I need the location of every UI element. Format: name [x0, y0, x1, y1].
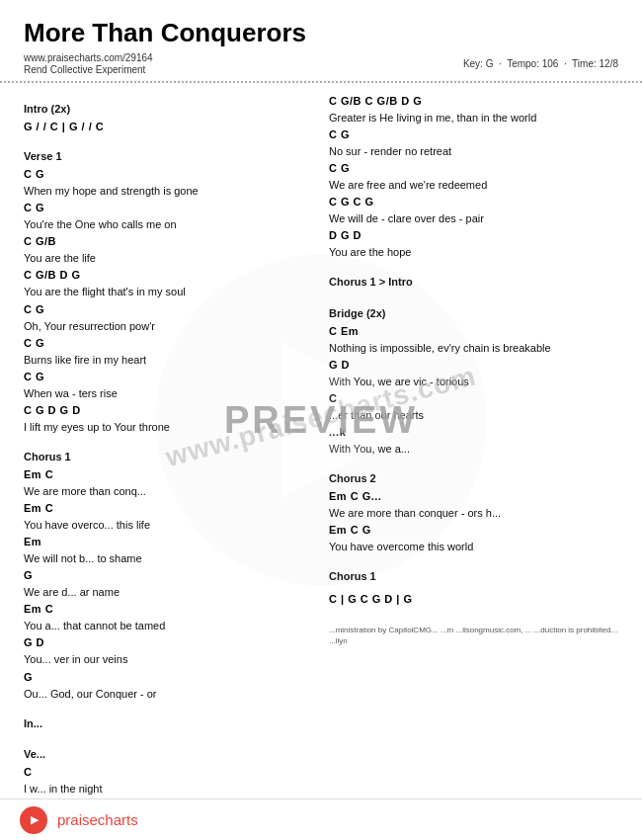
meta-right: Key: G · Tempo: 106 · Time: 12/8 [463, 58, 618, 69]
chord-line: Em C G [329, 522, 618, 539]
chord-line: C G [329, 160, 618, 177]
chord-line: C G D G D [24, 402, 313, 419]
lyric-line: We are d... ar name [24, 584, 313, 601]
chord-line: C G [24, 200, 313, 216]
spacer [24, 703, 313, 708]
lyric-line: You're the One who calls me on [24, 216, 313, 233]
lyric-line: You are the hope [329, 244, 618, 261]
key-tempo-time: Key: G · Tempo: 106 · Time: 12/8 [463, 58, 618, 69]
lyric-line: Greater is He living in me, than in the … [329, 110, 618, 126]
lyric-line: You... ver in our veins [24, 651, 313, 668]
footer: praisecharts [0, 798, 642, 840]
footer-logo-main: isecharts [79, 811, 138, 828]
meta-row: www.praisecharts.com/29164 Rend Collecti… [24, 52, 618, 75]
chord-line: C G [24, 166, 313, 183]
chord-line: C G/B [24, 233, 313, 250]
section-label: Chorus 1 [329, 568, 618, 585]
chord-line: G / / C | G / / C [24, 119, 313, 135]
section-label: Chorus 1 [24, 449, 313, 465]
chord-line: G [24, 567, 313, 584]
lyric-line: We are more than conquer - ors h... [329, 505, 618, 522]
chord-line: C G/B C G/B D G [329, 93, 618, 110]
lyric-line: With You, we are vic - torious [329, 374, 618, 390]
lyric-line: When wa - ters rise [24, 385, 313, 402]
lyric-line: Burns like fire in my heart [24, 352, 313, 369]
spacer [329, 261, 618, 266]
chord-line: C G [24, 369, 313, 385]
lyric-line: I w... in the night [24, 781, 313, 798]
meta-left: www.praisecharts.com/29164 Rend Collecti… [24, 52, 153, 75]
chord-line: C Em [329, 323, 618, 340]
chord-line: C [329, 390, 618, 407]
section-label: In... [24, 715, 313, 732]
lyric-line: Oh, Your resurrection pow'r [24, 318, 313, 335]
lyric-line: I lift my eyes up to Your throne [24, 419, 313, 436]
footer-logo-accent: pra [57, 811, 79, 828]
spacer [24, 733, 313, 738]
header: More Than Conquerors www.praisecharts.co… [0, 0, 642, 83]
chord-line: C G [329, 126, 618, 143]
chord-line: C G [24, 335, 313, 352]
lyric-line: We are free and we're redeemed [329, 177, 618, 194]
chord-line: C | G C G D | G [329, 591, 618, 608]
spacer [329, 458, 618, 462]
chord-line: C [24, 764, 313, 781]
chord-line: C G [24, 301, 313, 318]
chord-line: Em C [24, 466, 313, 483]
footer-logo: praisecharts [57, 811, 138, 828]
lyric-line: Ou... God, our Conquer - or [24, 686, 313, 703]
chord-line: Em C [24, 601, 313, 618]
artist-text: Rend Collective Experiment [24, 64, 153, 75]
lyric-line: We are more than conq... [24, 483, 313, 500]
section-label: Chorus 1 > Intro [329, 274, 618, 291]
spacer [24, 436, 313, 441]
lyric-line: With You, we a... [329, 441, 618, 458]
copyright-text: ...ministration by CapitolCMG... ...m ..… [329, 626, 618, 646]
lyric-line: ...er than our hearts [329, 407, 618, 424]
url-text: www.praisecharts.com/29164 [24, 52, 153, 63]
lyric-line: You are the life [24, 250, 313, 267]
spacer [24, 135, 313, 140]
chord-line: G [24, 669, 313, 686]
spacer [329, 293, 618, 297]
section-label: Verse 1 [24, 148, 313, 165]
chord-line: G D [329, 357, 618, 374]
lyric-line: Nothing is impossible, ev'ry chain is br… [329, 340, 618, 357]
chord-line: Em C G... [329, 488, 618, 505]
chord-line: G D [24, 634, 313, 651]
chord-line: Em C [24, 500, 313, 517]
page-container: More Than Conquerors www.praisecharts.co… [0, 0, 642, 840]
lyric-line: You a... that cannot be tamed [24, 618, 313, 634]
main-content: Intro (2x)G / / C | G / / CVerse 1C GWhe… [0, 89, 642, 831]
chord-line: C G/B D G [24, 267, 313, 284]
section-label: Ve... [24, 746, 313, 763]
left-column: Intro (2x)G / / C | G / / CVerse 1C GWhe… [24, 93, 313, 831]
lyric-line: You have overcome this world [329, 539, 618, 555]
spacer [329, 613, 618, 618]
section-label: Bridge (2x) [329, 305, 618, 322]
lyric-line: You are the flight that's in my soul [24, 284, 313, 300]
chord-line: D G D [329, 227, 618, 244]
lyric-line: When my hope and strength is gone [24, 183, 313, 200]
page-title: More Than Conquerors [24, 18, 618, 48]
chord-line: C G C G [329, 194, 618, 210]
section-label: Intro (2x) [24, 101, 313, 118]
chord-line: Em [24, 534, 313, 550]
lyric-line: You have overco... this life [24, 517, 313, 534]
lyric-line: We will de - clare over des - pair [329, 210, 618, 227]
lyric-line: No sur - render no retreat [329, 143, 618, 160]
section-label: Chorus 2 [329, 470, 618, 487]
right-column: C G/B C G/B D GGreater is He living in m… [329, 93, 618, 831]
lyric-line: We will not b... to shame [24, 550, 313, 567]
spacer [329, 555, 618, 560]
play-button[interactable] [20, 806, 47, 834]
chord-line: ...k [329, 424, 618, 441]
